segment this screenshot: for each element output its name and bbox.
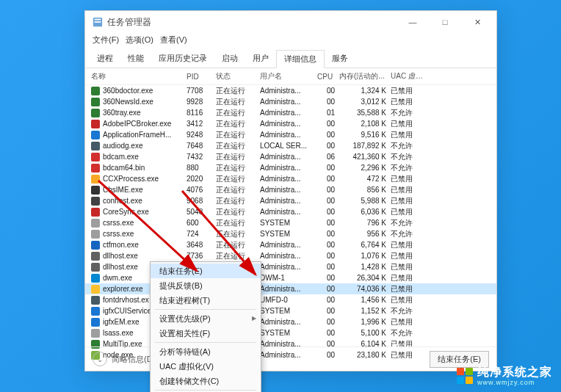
process-cpu: 00 <box>317 195 339 206</box>
tabbar: 进程性能应用历史记录启动用户详细信息服务 <box>85 50 496 68</box>
col-header[interactable]: 名称 <box>91 71 187 81</box>
process-uac: 不允许 <box>391 140 427 151</box>
menu-options[interactable]: 选项(O) <box>126 35 153 44</box>
table-row[interactable]: 360tray.exe8116正在运行Administra...0135,588… <box>85 107 496 118</box>
menu-item[interactable]: 设置优先级(P) <box>151 311 261 326</box>
menu-file[interactable]: 文件(F) <box>93 35 119 44</box>
tab-3[interactable]: 启动 <box>214 50 245 68</box>
menu-item[interactable]: 设置相关性(F) <box>151 326 261 341</box>
table-row[interactable]: conhost.exe9068正在运行Administra...005,988 … <box>85 195 496 206</box>
minimize-button[interactable]: — <box>397 11 429 33</box>
table-row[interactable]: AdobeIPCBroker.exe3412正在运行Administra...0… <box>85 118 496 129</box>
close-button[interactable]: ✕ <box>461 11 493 33</box>
tab-6[interactable]: 服务 <box>325 50 355 68</box>
process-name: audiodg.exe <box>103 140 143 151</box>
table-row[interactable]: ChsIME.exe4076正在运行Administra...00856 K已禁… <box>85 184 496 195</box>
process-pid: 724 <box>187 228 216 239</box>
col-header[interactable]: 用户名 <box>260 71 317 81</box>
table-row[interactable]: CCXProcess.exe2020正在运行Administra...00472… <box>85 173 496 184</box>
table-row[interactable]: 360bdoctor.exe7708正在运行Administra...001,3… <box>85 85 496 96</box>
process-status: 正在运行 <box>216 217 260 228</box>
maximize-button[interactable]: □ <box>429 11 461 33</box>
process-uac: 已禁用 <box>391 206 427 217</box>
process-cpu: 00 <box>317 272 339 283</box>
task-manager-window: 任务管理器 — □ ✕ 文件(F) 选项(O) 查看(V) 进程性能应用历史记录… <box>84 10 497 371</box>
process-icon <box>91 208 100 217</box>
process-icon <box>91 285 100 294</box>
menu-item[interactable]: 结束任务(E) <box>151 264 261 278</box>
process-mem: 187,892 K <box>339 140 391 151</box>
table-row[interactable]: dllhost.exe7736正在运行Administra...001,076 … <box>85 250 496 261</box>
menu-view[interactable]: 查看(V) <box>160 35 187 44</box>
tab-0[interactable]: 进程 <box>90 50 120 68</box>
process-uac: 已禁用 <box>391 272 427 283</box>
process-cpu: 00 <box>317 118 339 129</box>
table-body: 360bdoctor.exe7708正在运行Administra...001,3… <box>85 85 496 360</box>
tab-1[interactable]: 性能 <box>120 50 151 68</box>
tab-2[interactable]: 应用历史记录 <box>151 50 214 68</box>
process-cpu: 00 <box>317 305 339 316</box>
more-label[interactable]: 简略信息(D) <box>112 354 155 365</box>
table-row[interactable]: csrss.exe600正在运行SYSTEM00796 K不允许 <box>85 217 496 228</box>
process-name: dllhost.exe <box>103 250 138 261</box>
desktop: 任务管理器 — □ ✕ 文件(F) 选项(O) 查看(V) 进程性能应用历史记录… <box>0 0 561 392</box>
process-user: Administra... <box>260 118 317 129</box>
col-header[interactable]: UAC 虚拟化 <box>391 71 427 81</box>
process-name: dwm.exe <box>103 272 132 283</box>
process-mem: 1,324 K <box>339 85 391 96</box>
table-row[interactable]: ctfmon.exe3648正在运行Administra...006,764 K… <box>85 239 496 250</box>
process-uac: 已禁用 <box>391 283 427 294</box>
menu-item[interactable]: 结束进程树(T) <box>151 293 261 308</box>
expand-toggle-icon[interactable]: ⌄ <box>93 352 107 366</box>
table-header[interactable]: 名称PID状态用户名CPU内存(活动的...UAC 虚拟化 <box>85 68 496 85</box>
table-row[interactable]: igfxEM.exeAdministra...001,996 K已禁用 <box>85 316 496 327</box>
process-user: Administra... <box>260 162 317 173</box>
watermark-url: www.wmjzy.com <box>477 379 552 386</box>
table-row[interactable]: igfxCUIServiceSYSTEM001,152 K不允许 <box>85 305 496 316</box>
process-name: lsass.exe <box>103 327 134 338</box>
process-mem: 956 K <box>339 228 391 239</box>
menu-item[interactable]: 提供反馈(B) <box>151 278 261 293</box>
process-icon <box>91 175 100 184</box>
menu-item[interactable]: 分析等待链(A) <box>151 344 261 359</box>
process-mem: 74,036 K <box>339 283 391 294</box>
table-row[interactable]: bdcam64.bin880正在运行Administra...002,296 K… <box>85 162 496 173</box>
process-icon <box>91 164 100 173</box>
col-header[interactable]: PID <box>187 73 216 81</box>
table-row[interactable]: audiodg.exe7648正在运行LOCAL SER...00187,892… <box>85 140 496 151</box>
process-cpu: 00 <box>317 217 339 228</box>
table-row[interactable]: explorer.exe4256正在运行Administra...0074,03… <box>85 283 496 294</box>
process-status: 正在运行 <box>216 228 260 239</box>
table-row[interactable]: fontdrvhost.exUMFD-0001,456 K已禁用 <box>85 294 496 305</box>
table-row[interactable]: ApplicationFrameH...9248正在运行Administra..… <box>85 129 496 140</box>
process-status: 正在运行 <box>216 173 260 184</box>
svg-rect-2 <box>95 21 101 23</box>
process-user: Administra... <box>260 107 317 118</box>
process-user: Administra... <box>260 184 317 195</box>
process-cpu: 00 <box>317 316 339 327</box>
process-name: conhost.exe <box>103 195 142 206</box>
table-row[interactable]: CoreSync.exe5048正在运行Administra...006,036… <box>85 206 496 217</box>
process-mem: 35,588 K <box>339 107 391 118</box>
process-cpu: 00 <box>317 162 339 173</box>
table-row[interactable]: csrss.exe724正在运行SYSTEM00956 K不允许 <box>85 228 496 239</box>
col-header[interactable]: CPU <box>317 73 339 81</box>
table-row[interactable]: 360NewsId.exe9928正在运行Administra...003,01… <box>85 96 496 107</box>
col-header[interactable]: 内存(活动的... <box>339 71 391 81</box>
table-row[interactable]: dllhost.exe9872正在运行Administra...001,428 … <box>85 261 496 272</box>
process-name: ChsIME.exe <box>103 184 142 195</box>
col-header[interactable]: 状态 <box>216 71 260 81</box>
table-row[interactable]: bdcam.exe7432正在运行Administra...06421,360 … <box>85 151 496 162</box>
process-uac: 已禁用 <box>391 294 427 305</box>
context-menu[interactable]: 结束任务(E)提供反馈(B)结束进程树(T)设置优先级(P)设置相关性(F)分析… <box>150 261 261 392</box>
table-row[interactable]: lsass.exeSYSTEM005,100 K不允许 <box>85 327 496 338</box>
menu-item[interactable]: 创建转储文件(C) <box>151 374 261 388</box>
tab-4[interactable]: 用户 <box>245 50 276 68</box>
tab-5[interactable]: 详细信息 <box>276 50 325 68</box>
titlebar[interactable]: 任务管理器 — □ ✕ <box>85 11 496 33</box>
menu-item[interactable]: UAC 虚拟化(V) <box>151 359 261 374</box>
process-pid: 3648 <box>187 239 216 250</box>
table-row[interactable]: dwm.exe1076正在运行DWM-10026,304 K已禁用 <box>85 272 496 283</box>
process-name: 360NewsId.exe <box>103 96 153 107</box>
process-pid: 5048 <box>187 206 216 217</box>
